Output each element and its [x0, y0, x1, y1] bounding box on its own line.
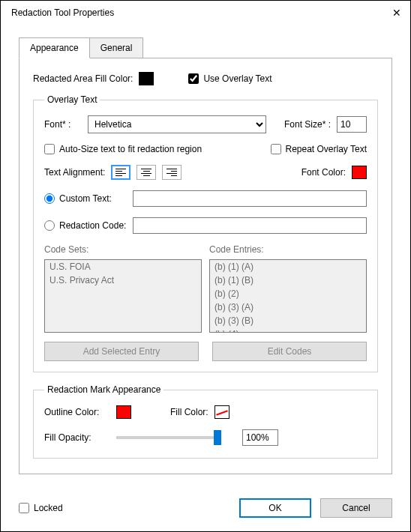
locked-label: Locked — [34, 503, 63, 513]
list-item[interactable]: (b) (1) (B) — [210, 273, 366, 287]
ok-button[interactable]: OK — [239, 498, 311, 518]
font-size-input[interactable] — [337, 116, 367, 133]
window-title: Redaction Tool Properties — [11, 7, 392, 18]
use-overlay-checkbox[interactable] — [188, 73, 199, 84]
list-item[interactable]: (b) (3) (A) — [210, 300, 366, 314]
list-item[interactable]: (b) (2) — [210, 287, 366, 300]
autosize-label: Auto-Size text to fit redaction region — [59, 144, 202, 154]
redaction-code-label: Redaction Code: — [59, 220, 126, 231]
custom-text-radio[interactable] — [44, 193, 55, 204]
align-left-button[interactable] — [111, 165, 130, 180]
list-item[interactable]: (b) (4) — [210, 327, 366, 333]
font-color-swatch[interactable] — [352, 166, 367, 179]
mark-appearance-group: Redaction Mark Appearance Outline Color:… — [33, 384, 378, 459]
autosize-checkbox[interactable] — [44, 144, 55, 154]
custom-text-label: Custom Text: — [59, 193, 112, 204]
redaction-code-input — [133, 217, 367, 234]
repeat-checkbox-wrap[interactable]: Repeat Overlay Text — [271, 144, 368, 154]
cancel-button[interactable]: Cancel — [320, 498, 392, 518]
autosize-checkbox-wrap[interactable]: Auto-Size text to fit redaction region — [44, 144, 202, 154]
use-overlay-label: Use Overlay Text — [203, 73, 272, 84]
opacity-label: Fill Opacity: — [44, 432, 110, 443]
tab-strip: Appearance General — [19, 37, 392, 58]
dialog-body: Appearance General Redacted Area Fill Co… — [1, 25, 410, 492]
outline-color-swatch[interactable] — [116, 405, 131, 419]
list-item[interactable]: (b) (1) (A) — [210, 260, 366, 273]
mark-fill-label: Fill Color: — [170, 407, 208, 417]
code-entries-label: Code Entries: — [209, 244, 367, 255]
locked-checkbox[interactable] — [19, 503, 29, 513]
repeat-checkbox[interactable] — [271, 144, 281, 154]
font-size-label: Font Size* : — [284, 119, 331, 130]
locked-checkbox-wrap[interactable]: Locked — [19, 503, 63, 513]
font-select[interactable]: Helvetica — [88, 115, 266, 133]
alignment-label: Text Alignment: — [44, 167, 105, 178]
close-icon[interactable]: ✕ — [392, 7, 401, 19]
titlebar: Redaction Tool Properties ✕ — [1, 1, 410, 25]
list-item[interactable]: U.S. Privacy Act — [45, 273, 201, 287]
font-color-label: Font Color: — [302, 167, 346, 178]
redaction-code-radio-wrap[interactable]: Redaction Code: — [44, 220, 127, 231]
custom-text-input[interactable] — [133, 190, 367, 207]
overlay-legend: Overlay Text — [44, 94, 100, 105]
fill-color-swatch[interactable] — [139, 72, 154, 85]
align-right-button[interactable] — [162, 165, 182, 180]
tab-general[interactable]: General — [90, 37, 144, 58]
font-label: Font* : — [44, 119, 82, 130]
use-overlay-checkbox-wrap[interactable]: Use Overlay Text — [188, 73, 272, 84]
add-entry-button: Add Selected Entry — [44, 342, 199, 361]
tab-panel-appearance: Redacted Area Fill Color: Use Overlay Te… — [19, 58, 392, 474]
repeat-label: Repeat Overlay Text — [286, 144, 368, 154]
fill-color-label: Redacted Area Fill Color: — [33, 73, 133, 84]
opacity-slider[interactable] — [116, 436, 221, 439]
code-sets-label: Code Sets: — [44, 244, 202, 255]
dialog-window: Redaction Tool Properties ✕ Appearance G… — [0, 0, 411, 532]
edit-codes-button: Edit Codes — [212, 342, 367, 361]
overlay-text-group: Overlay Text Font* : Helvetica Font Size… — [33, 94, 378, 372]
code-lists: Code Sets: U.S. FOIAU.S. Privacy Act Cod… — [44, 244, 367, 333]
list-item[interactable]: (b) (3) (B) — [210, 314, 366, 327]
tab-appearance[interactable]: Appearance — [19, 37, 90, 58]
mark-fill-swatch[interactable] — [214, 405, 230, 419]
code-entries-listbox[interactable]: (b) (1) (A)(b) (1) (B)(b) (2)(b) (3) (A)… — [209, 259, 367, 333]
custom-text-radio-wrap[interactable]: Custom Text: — [44, 193, 127, 204]
redaction-code-radio[interactable] — [44, 220, 55, 231]
dialog-footer: Locked OK Cancel — [1, 492, 410, 531]
mark-legend: Redaction Mark Appearance — [44, 384, 164, 395]
opacity-input[interactable] — [242, 429, 278, 446]
list-item[interactable]: U.S. FOIA — [45, 260, 201, 273]
align-center-button[interactable] — [136, 165, 156, 180]
outline-color-label: Outline Color: — [44, 407, 110, 417]
code-sets-listbox[interactable]: U.S. FOIAU.S. Privacy Act — [44, 259, 202, 333]
